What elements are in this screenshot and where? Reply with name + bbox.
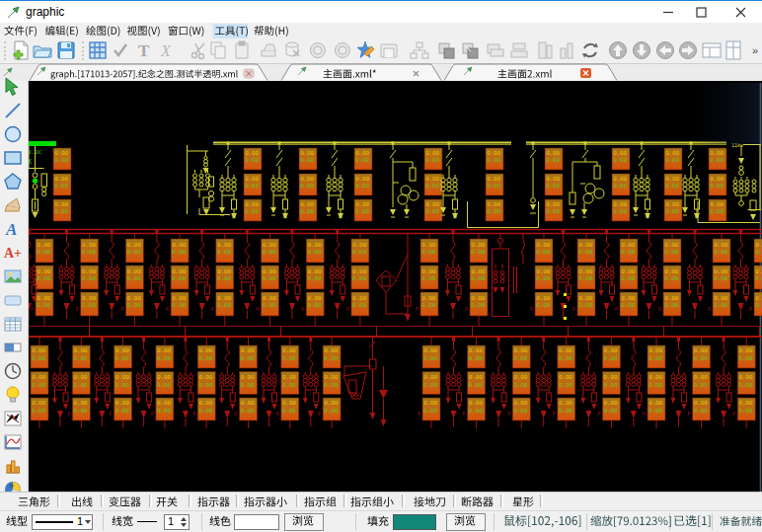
svg-text:F: F: [301, 306, 304, 312]
svg-text:F: F: [120, 306, 123, 312]
svg-text:F: F: [507, 411, 510, 417]
svg-text:F: F: [643, 411, 646, 417]
svg-text:F: F: [192, 411, 195, 417]
svg-text:F: F: [465, 306, 468, 312]
svg-text:A+: A+: [4, 246, 22, 261]
svg-text:F: F: [615, 306, 618, 312]
svg-text:F: F: [211, 306, 214, 312]
svg-text:F: F: [151, 411, 154, 417]
svg-text:F: F: [418, 411, 420, 417]
svg-text:F: F: [597, 411, 600, 417]
svg-text:F: F: [110, 411, 113, 417]
svg-text:F: F: [31, 306, 34, 312]
svg-text:X: X: [160, 42, 172, 59]
svg-text:A: A: [5, 220, 17, 239]
svg-text:F: F: [530, 306, 533, 312]
svg-text:F: F: [67, 411, 70, 417]
svg-text:F: F: [658, 306, 661, 312]
svg-text:F: F: [76, 306, 79, 312]
svg-text:F: F: [749, 306, 752, 312]
svg-text:T: T: [138, 41, 150, 60]
svg-text:F: F: [688, 411, 691, 417]
svg-text:F: F: [732, 411, 735, 417]
svg-text:F: F: [166, 306, 169, 312]
svg-text:F: F: [346, 306, 349, 312]
svg-text:F: F: [463, 411, 466, 417]
svg-text:F: F: [235, 411, 238, 417]
svg-text:F: F: [553, 411, 556, 417]
svg-text:F: F: [318, 411, 321, 417]
svg-text:F: F: [708, 306, 711, 312]
svg-text:F: F: [276, 411, 279, 417]
svg-text:F: F: [257, 306, 260, 312]
svg-text:F: F: [416, 306, 419, 312]
svg-text:F: F: [572, 306, 575, 312]
